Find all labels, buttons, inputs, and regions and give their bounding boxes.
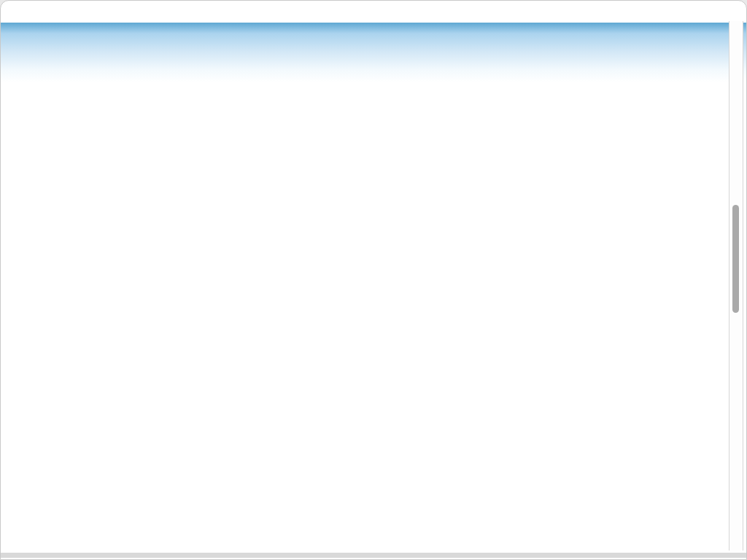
expediente-number	[707, 33, 719, 35]
bottom-edge-strip	[1, 553, 747, 558]
header-wave-line	[1, 40, 747, 52]
document-header	[707, 25, 719, 40]
volumetria-table	[458, 88, 719, 92]
header-gradient-band	[1, 23, 747, 82]
volumetric-map-render-bottom	[7, 338, 447, 551]
prefeasibility-report-page	[0, 0, 747, 560]
section-divider	[40, 87, 42, 126]
volumetric-map-render-top	[7, 141, 447, 335]
section-header	[31, 85, 51, 129]
scrollbar-thumb[interactable]	[732, 205, 739, 313]
scrollbar-track[interactable]	[729, 21, 743, 551]
superficies-table	[458, 368, 719, 373]
